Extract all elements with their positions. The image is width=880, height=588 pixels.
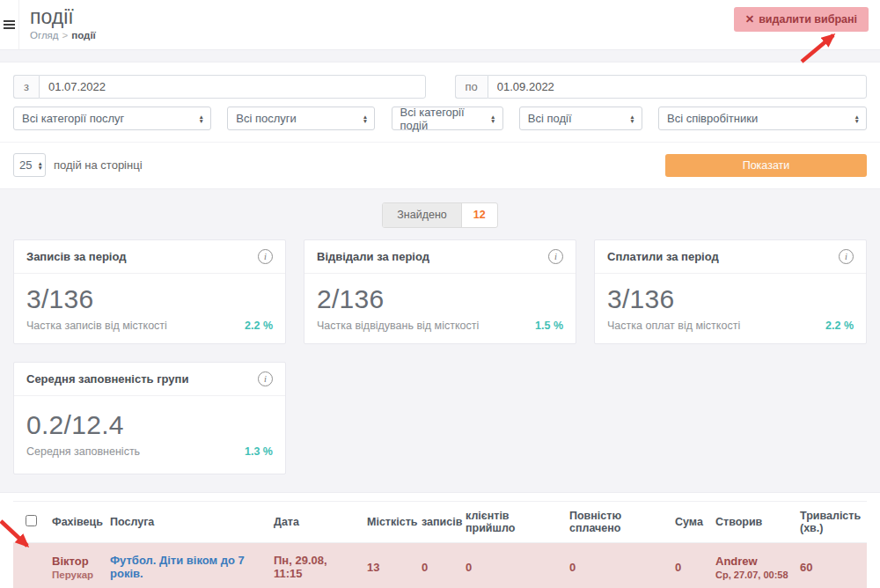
date-from-input[interactable] — [39, 75, 426, 99]
found-count: 12 — [462, 203, 497, 227]
card-title: Середня заповненість групи — [26, 372, 188, 386]
col-service: Послуга — [105, 502, 268, 543]
event-categories-select[interactable]: Всі категорії подій ▲▼ — [392, 107, 503, 130]
specialist-name: Віктор — [52, 555, 99, 568]
date-from-addon: з — [13, 75, 39, 99]
card-value: 0.2/12.4 — [26, 410, 273, 440]
select-arrows-icon: ▲▼ — [629, 114, 634, 123]
select-all-checkbox[interactable] — [26, 515, 37, 526]
card-title: Відвідали за період — [317, 250, 429, 263]
select-arrows-icon: ▲▼ — [37, 161, 42, 170]
divider — [0, 142, 880, 143]
header: події Огляд>події ✕видалити вибрані — [0, 0, 880, 50]
col-records: записів — [416, 502, 460, 543]
card-value: 3/136 — [26, 284, 273, 314]
events-select[interactable]: Всі події ▲▼ — [519, 107, 642, 130]
card-percent: 2.2 % — [825, 320, 854, 332]
stat-card-visited: Відвідали за період i 2/136 Частка відві… — [304, 239, 576, 344]
col-capacity: Місткість — [362, 502, 416, 543]
card-percent: 1.5 % — [535, 320, 563, 332]
info-icon[interactable]: i — [258, 249, 273, 264]
info-icon[interactable]: i — [258, 371, 273, 386]
select-arrows-icon: ▲▼ — [363, 114, 368, 123]
duration-value: 60 — [795, 543, 867, 588]
filters-panel: з по Всі категорії послуг ▲▼ Всі послуги… — [0, 62, 880, 189]
services-value: Всі послуги — [236, 112, 297, 125]
page-size-label: подій на сторінці — [54, 158, 143, 172]
table-row-selected[interactable]: Віктор Перукар Футбол. Діти віком до 7 р… — [13, 543, 867, 588]
card-percent: 2.2 % — [245, 320, 273, 332]
event-categories-value: Всі категорії подій — [400, 106, 486, 132]
found-label: Знайдено — [383, 203, 462, 227]
col-specialist: Фахівець — [47, 502, 105, 543]
stat-card-records: Записів за період i 3/136 Частка записів… — [13, 239, 286, 344]
card-subtitle: Частка оплат від місткості — [607, 320, 740, 332]
created-by-name: Andrew — [715, 555, 789, 568]
created-at: Ср, 27.07, 00:58 — [715, 570, 789, 580]
sum-value: 0 — [670, 543, 710, 588]
card-subtitle: Частка записів від місткості — [26, 320, 167, 332]
service-categories-value: Всі категорії послуг — [22, 112, 124, 125]
employees-value: Всі співробітники — [667, 112, 758, 125]
delete-selected-button[interactable]: ✕видалити вибрані — [734, 7, 869, 32]
date-from-group: з — [13, 75, 426, 99]
events-value: Всі події — [528, 112, 572, 125]
page-title: події — [30, 6, 96, 27]
info-icon[interactable]: i — [839, 249, 854, 264]
col-duration: Тривалість (хв.) — [795, 502, 867, 543]
records-value: 0 — [416, 543, 460, 588]
stat-card-paid: Сплатили за період i 3/136 Частка оплат … — [594, 239, 867, 344]
service-categories-select[interactable]: Всі категорії послуг ▲▼ — [13, 107, 211, 130]
select-arrows-icon: ▲▼ — [490, 114, 495, 123]
close-icon: ✕ — [745, 13, 754, 26]
service-link[interactable]: Футбол. Діти віком до 7 років. — [110, 554, 245, 580]
col-sum: Сума — [670, 502, 710, 543]
capacity-value: 13 — [362, 543, 416, 588]
services-select[interactable]: Всі послуги ▲▼ — [227, 107, 375, 130]
delete-selected-label: видалити вибрані — [759, 13, 857, 26]
breadcrumb-overview-link[interactable]: Огляд — [30, 30, 59, 40]
employees-select[interactable]: Всі співробітники ▲▼ — [658, 107, 867, 130]
show-button[interactable]: Показати — [665, 154, 867, 177]
card-value: 2/136 — [317, 284, 563, 314]
page-size-select[interactable]: 25 ▲▼ — [13, 153, 46, 177]
breadcrumb-separator: > — [62, 30, 69, 40]
col-date: Дата — [268, 502, 362, 543]
info-icon[interactable]: i — [548, 249, 563, 264]
events-table: Фахівець Послуга Дата Місткість записів … — [13, 501, 867, 588]
card-subtitle: Середня заповненість — [26, 445, 140, 458]
clients-came-value: 0 — [460, 543, 564, 588]
menu-toggle-icon[interactable] — [0, 0, 19, 49]
card-subtitle: Частка відвідувань від місткості — [317, 320, 479, 332]
breadcrumb-current: події — [71, 30, 96, 40]
specialist-role: Перукар — [52, 570, 99, 580]
events-table-panel: Фахівець Послуга Дата Місткість записів … — [0, 492, 880, 588]
card-title: Сплатили за період — [607, 250, 719, 263]
page-size-value: 25 — [19, 158, 32, 172]
date-to-group: по — [455, 75, 868, 99]
date-to-addon: по — [455, 75, 488, 99]
col-clients-came: клієнтів прийшло — [460, 502, 564, 543]
found-badge: Знайдено 12 — [382, 202, 497, 228]
card-title: Записів за період — [26, 250, 126, 263]
event-date: Пн, 29.08, 11:15 — [268, 543, 362, 588]
card-value: 3/136 — [607, 284, 854, 314]
table-header-row: Фахівець Послуга Дата Місткість записів … — [13, 502, 867, 543]
fully-paid-value: 0 — [564, 543, 670, 588]
breadcrumb: Огляд>події — [30, 30, 96, 40]
col-fully-paid: Повністю сплачено — [564, 502, 670, 543]
card-percent: 1.3 % — [245, 445, 273, 458]
col-created-by: Створив — [710, 502, 795, 543]
select-arrows-icon: ▲▼ — [199, 114, 204, 123]
select-arrows-icon: ▲▼ — [854, 114, 860, 123]
stat-card-avg-fill: Середня заповненість групи i 0.2/12.4 Се… — [13, 362, 286, 474]
date-to-input[interactable] — [488, 75, 867, 99]
